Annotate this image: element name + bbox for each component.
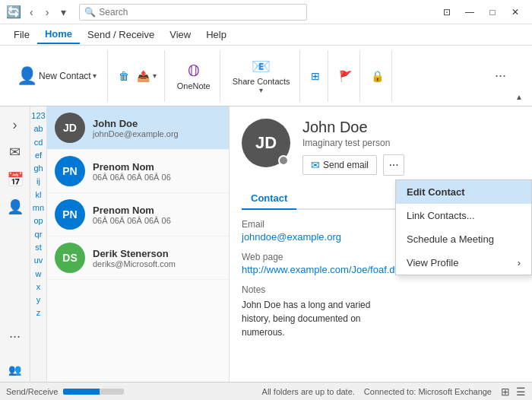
- alpha-st[interactable]: st: [33, 241, 43, 253]
- forward-button[interactable]: ›: [42, 5, 53, 20]
- menu-item-edit-contact[interactable]: Edit Contact: [396, 180, 531, 204]
- share-dropdown-arrow: ▾: [259, 86, 263, 94]
- avatar-prenom-nom-1: PN: [55, 156, 85, 186]
- alpha-w[interactable]: w: [34, 268, 43, 280]
- delete-button[interactable]: 🗑: [116, 68, 132, 84]
- tile-button[interactable]: ⊡: [436, 4, 458, 21]
- avatar-status-badge: [278, 155, 289, 166]
- alpha-z[interactable]: z: [35, 306, 43, 319]
- progress-bar: [63, 389, 124, 395]
- sidebar-contacts-icon[interactable]: 👤: [3, 195, 27, 219]
- dropdown-menu: Edit Contact Link Contacts... Schedule a…: [395, 179, 532, 275]
- alpha-gh[interactable]: gh: [32, 162, 44, 174]
- new-contact-button[interactable]: 👤 New Contact ▾: [11, 63, 103, 89]
- contact-item-derik-stenerson[interactable]: DS Derik Stenerson deriks@Microsoft.com: [47, 237, 229, 280]
- search-box[interactable]: 🔍: [79, 4, 307, 21]
- alpha-qr[interactable]: qr: [33, 228, 44, 240]
- send-receive-label: Send/Receive: [6, 387, 59, 396]
- lock-button[interactable]: 🔒: [368, 68, 387, 84]
- menu-view[interactable]: View: [162, 26, 198, 43]
- tab-contact[interactable]: Contact: [242, 188, 296, 210]
- alpha-ab[interactable]: ab: [32, 122, 44, 135]
- more-actions-icon: ···: [388, 158, 398, 172]
- menu-file[interactable]: File: [6, 26, 37, 43]
- alpha-index: 123 ab cd ef gh ij kl mn op qr st uv w x…: [30, 106, 47, 382]
- send-email-label: Send email: [323, 160, 369, 170]
- onenote-button[interactable]: 𝕆 OneNote: [173, 59, 215, 94]
- sidebar-calendar-icon[interactable]: 📅: [3, 167, 27, 192]
- maximize-button[interactable]: □: [482, 4, 503, 21]
- detail-panel: JD John Doe Imaginary test person ✉ Send…: [230, 106, 532, 382]
- alpha-cd[interactable]: cd: [33, 136, 45, 148]
- email-label: Email: [242, 219, 397, 230]
- search-input[interactable]: [99, 7, 302, 17]
- contact-item-john-doe[interactable]: JD John Doe johnDoe@example.org: [47, 106, 229, 150]
- view-grid-status-icon[interactable]: ⊞: [501, 386, 510, 398]
- detail-contact-title: Imaginary test person: [302, 138, 520, 148]
- new-contact-dropdown-arrow: ▾: [93, 71, 97, 80]
- alpha-123[interactable]: 123: [30, 110, 47, 122]
- ribbon-group-actions: 🗑 📤 ▾: [111, 50, 165, 102]
- menu-item-schedule-meeting[interactable]: Schedule a Meeting: [396, 227, 531, 251]
- contact-name-john-doe: John Doe: [93, 118, 221, 129]
- lock-icon: 🔒: [371, 70, 384, 82]
- avatar-prenom-nom-2: PN: [55, 199, 85, 230]
- status-bar: Send/Receive All folders are up to date.…: [0, 382, 532, 400]
- view-profile-arrow: ›: [518, 257, 521, 268]
- web-field: Web page http://www.example.com/Joe/foaf…: [242, 252, 397, 275]
- window-controls: ⊡ — □ ✕: [436, 4, 526, 21]
- flag-icon: 🚩: [339, 70, 352, 82]
- contact-info-john-doe: John Doe johnDoe@example.org: [93, 118, 221, 138]
- contact-email-prenom-nom-1: 06Â 06Â 06Â 06Â 06: [93, 173, 221, 182]
- ribbon-group-view: ⊞: [303, 50, 328, 102]
- alpha-ij[interactable]: ij: [35, 175, 42, 187]
- more-actions-button[interactable]: ···: [383, 154, 404, 176]
- back-button[interactable]: ‹: [26, 5, 37, 20]
- menu-send-receive[interactable]: Send / Receive: [80, 26, 162, 43]
- alpha-op[interactable]: op: [32, 214, 44, 227]
- contact-name-prenom-nom-1: Prenom Nom: [93, 161, 221, 173]
- new-contact-label: New Contact: [39, 71, 91, 81]
- menu-item-link-contacts[interactable]: Link Contacts...: [396, 204, 531, 227]
- alpha-x[interactable]: x: [35, 281, 43, 293]
- more-nav-button[interactable]: ▾: [57, 5, 70, 20]
- close-button[interactable]: ✕: [505, 4, 526, 21]
- sidebar-mail-icon[interactable]: ✉: [3, 140, 27, 164]
- share-contacts-button[interactable]: 📧 Share Contacts ▾: [228, 54, 295, 97]
- alpha-y[interactable]: y: [35, 294, 43, 306]
- menu-help[interactable]: Help: [198, 26, 234, 43]
- email-value[interactable]: johndoe@example.org: [242, 231, 397, 243]
- view-grid-button[interactable]: ⊞: [308, 68, 323, 84]
- alpha-ef[interactable]: ef: [33, 149, 43, 161]
- contact-item-prenom-nom-2[interactable]: PN Prenom Nom 06Â 06Â 06Â 06Â 06: [47, 193, 229, 237]
- notes-section: Notes John Doe has a long and varied his…: [242, 284, 397, 339]
- ribbon-group-onenote: 𝕆 OneNote: [168, 50, 220, 102]
- share-contacts-label: Share Contacts: [233, 77, 290, 86]
- contact-item-prenom-nom-1[interactable]: PN Prenom Nom 06Â 06Â 06Â 06Â 06: [47, 150, 229, 193]
- minimize-button[interactable]: —: [459, 4, 480, 21]
- alpha-uv[interactable]: uv: [33, 254, 45, 266]
- alpha-kl[interactable]: kl: [34, 189, 43, 201]
- title-bar: 🔄 ‹ › ▾ 🔍 ⊡ — □ ✕: [0, 0, 532, 24]
- ribbon-expand-button[interactable]: ▲: [512, 91, 526, 103]
- view-list-status-icon[interactable]: ☰: [516, 386, 526, 398]
- detail-name-section: John Doe Imaginary test person ✉ Send em…: [302, 119, 520, 176]
- flag-button[interactable]: 🚩: [336, 68, 355, 84]
- sidebar-more-icon[interactable]: ···: [3, 324, 27, 348]
- delete-icon: 🗑: [119, 70, 129, 82]
- new-contact-icon: 👤: [17, 66, 37, 86]
- menu-item-view-profile[interactable]: View Profile ›: [396, 251, 531, 275]
- sidebar-people-icon[interactable]: 👥: [3, 357, 27, 382]
- menu-home[interactable]: Home: [37, 25, 80, 44]
- ribbon-more-button[interactable]: ···: [492, 65, 509, 87]
- move-button[interactable]: 📤 ▾: [134, 68, 160, 84]
- sidebar-expand-icon[interactable]: ›: [3, 113, 27, 137]
- menu-bar: File Home Send / Receive View Help: [0, 24, 532, 46]
- send-email-button[interactable]: ✉ Send email: [302, 155, 377, 175]
- onenote-label: OneNote: [177, 81, 211, 90]
- move-dropdown-arrow: ▾: [153, 71, 157, 80]
- web-value[interactable]: http://www.example.com/Joe/foaf.df: [242, 264, 397, 275]
- view-profile-label: View Profile: [407, 257, 458, 268]
- ribbon-action-row: 🗑 📤 ▾: [116, 68, 160, 84]
- alpha-mn[interactable]: mn: [31, 202, 46, 214]
